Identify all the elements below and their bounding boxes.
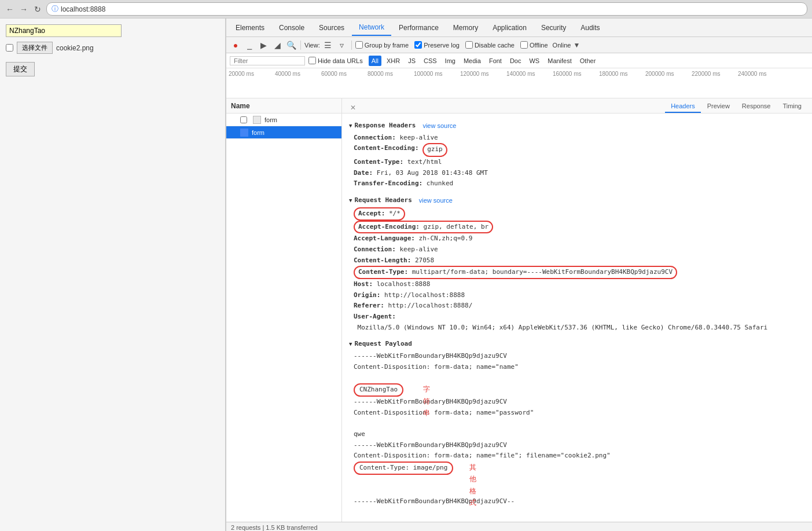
name-item-icon-2	[240, 129, 248, 137]
filter-button[interactable]: ◢	[271, 39, 283, 51]
filter-xhr-btn[interactable]: XHR	[384, 56, 403, 66]
header-key-ct: Content-Type:	[358, 268, 408, 276]
clear-button[interactable]: ⎯	[244, 39, 255, 51]
filter-input[interactable]	[230, 56, 305, 65]
header-origin: Origin: http://localhost:8888	[349, 290, 805, 301]
header-user-agent: User-Agent: Mozilla/5.0 (Windows NT 10.0…	[349, 312, 805, 333]
response-view-source[interactable]: view source	[422, 120, 456, 131]
header-key-te: Transfer-Encoding:	[354, 178, 422, 189]
timeline-label-3: 60000 ms	[321, 71, 368, 77]
tab-network[interactable]: Network	[352, 20, 391, 36]
headers-content: ▼ Response Headers view source Connectio…	[342, 113, 812, 510]
tab-elements[interactable]: Elements	[229, 20, 271, 35]
tab-audits[interactable]: Audits	[574, 20, 607, 35]
header-key-date: Date:	[354, 168, 373, 179]
devtools-panel: Elements Console Sources Network Perform…	[226, 19, 812, 531]
filter-manifest-btn[interactable]: Manifest	[545, 56, 575, 66]
view-list-btn[interactable]: ☰	[322, 39, 334, 51]
camera-button[interactable]: ▶	[258, 39, 269, 51]
offline-text: Offline	[530, 42, 548, 49]
submit-button[interactable]: 提交	[6, 62, 35, 76]
timeline-label-6: 120000 ms	[460, 71, 506, 77]
header-connection-req: Connection: keep-alive	[349, 244, 805, 255]
header-content-type-req: Content-Type: multipart/form-data; bound…	[349, 266, 805, 279]
timeline: 20000 ms 40000 ms 60000 ms 80000 ms 1000…	[226, 68, 812, 98]
filter-doc-btn[interactable]: Doc	[507, 56, 524, 66]
browser-chrome: ← → ↻ ⓘ localhost:8888	[0, 0, 812, 19]
name-item-form-1[interactable]: form	[226, 113, 341, 126]
response-headers-label: Response Headers	[354, 120, 416, 131]
choose-file-button[interactable]: 选择文件	[17, 42, 53, 54]
header-key-cl: Content-Length:	[354, 255, 411, 266]
filter-type-buttons: All XHR JS CSS Img Media Font Doc WS Man…	[369, 56, 599, 66]
username-input[interactable]	[6, 24, 122, 37]
header-val-origin: http://localhost:8888	[380, 290, 465, 301]
file-name-label: cookie2.png	[56, 44, 94, 52]
annotation-qita: 其他格式	[469, 462, 476, 509]
timeline-label-12: 240000 ms	[738, 71, 784, 77]
main-layout: 选择文件 cookie2.png 提交 Elements Console Sou…	[0, 19, 812, 531]
browser-toolbar: ← → ↻ ⓘ localhost:8888	[0, 0, 812, 18]
filter-media-btn[interactable]: Media	[461, 56, 484, 66]
detail-tab-headers[interactable]: Headers	[665, 100, 701, 113]
name-item-form-2[interactable]: form	[226, 126, 341, 139]
tab-application[interactable]: Application	[486, 20, 534, 35]
detail-tab-response[interactable]: Response	[736, 100, 777, 113]
preserve-log-text: Preserve log	[424, 42, 460, 49]
tab-console[interactable]: Console	[272, 20, 311, 35]
detail-tab-preview[interactable]: Preview	[701, 100, 736, 113]
filter-css-btn[interactable]: CSS	[421, 56, 440, 66]
timeline-label-8: 160000 ms	[553, 71, 599, 77]
content-area: Name form form ✕ Headers Preview	[226, 98, 812, 522]
payload-line-7: Content-Disposition: form-data; name="fi…	[354, 451, 805, 462]
group-by-frame-checkbox[interactable]	[355, 41, 363, 49]
header-val-referer: http://localhost:8888/	[384, 301, 472, 312]
filter-all-btn[interactable]: All	[369, 56, 381, 66]
online-text: Online	[553, 42, 571, 49]
detail-tab-timing[interactable]: Timing	[777, 100, 807, 113]
offline-checkbox[interactable]	[520, 41, 528, 49]
timeline-label-11: 220000 ms	[692, 71, 738, 77]
timeline-label-2: 40000 ms	[275, 71, 321, 77]
filter-ws-btn[interactable]: WS	[526, 56, 542, 66]
timeline-label-5: 100000 ms	[414, 71, 460, 77]
search-button[interactable]: 🔍	[285, 39, 297, 51]
record-button[interactable]: ●	[230, 39, 241, 51]
tab-performance[interactable]: Performance	[392, 20, 446, 35]
group-by-frame-text: Group by frame	[365, 42, 409, 49]
throttle-dropdown-icon[interactable]: ▼	[573, 41, 580, 49]
filter-other-btn[interactable]: Other	[577, 56, 599, 66]
filter-js-btn[interactable]: JS	[405, 56, 418, 66]
payload-label: Request Payload	[354, 339, 411, 350]
payload-line-8: ------WebKitFormBoundaryBH4KBQp9djazu9CV…	[354, 496, 805, 507]
header-key-accept: Accept:	[358, 210, 385, 217]
file-checkbox[interactable]	[6, 44, 13, 52]
reload-button[interactable]: ↻	[32, 4, 43, 14]
disable-cache-checkbox[interactable]	[465, 41, 473, 49]
name-list: Name form form	[226, 98, 342, 522]
filter-font-btn[interactable]: Font	[486, 56, 505, 66]
tab-sources[interactable]: Sources	[312, 20, 351, 35]
forward-button[interactable]: →	[19, 4, 29, 14]
payload-line-5: qwe	[354, 429, 805, 440]
preserve-log-checkbox[interactable]	[414, 41, 422, 49]
tab-memory[interactable]: Memory	[446, 20, 485, 35]
view-waterfall-btn[interactable]: ▿	[336, 39, 348, 51]
header-transfer-encoding: Transfer-Encoding: chunked	[349, 178, 805, 189]
left-panel: 选择文件 cookie2.png 提交	[0, 19, 226, 531]
tab-security[interactable]: Security	[534, 20, 573, 35]
name-item-checkbox-1[interactable]	[240, 116, 247, 123]
timeline-label-1: 20000 ms	[229, 71, 275, 77]
payload-triangle: ▼	[349, 340, 352, 349]
network-toolbar: ● ⎯ ▶ ◢ 🔍 View: ☰ ▿ Group by frame Prese…	[226, 37, 812, 53]
timeline-labels: 20000 ms 40000 ms 60000 ms 80000 ms 1000…	[226, 71, 784, 77]
timeline-label-9: 180000 ms	[599, 71, 645, 77]
payload-line-blank-4	[354, 485, 805, 496]
submit-area: 提交	[6, 57, 219, 76]
hide-data-urls-checkbox[interactable]	[308, 57, 316, 64]
filter-img-btn[interactable]: Img	[442, 56, 458, 66]
back-button[interactable]: ←	[5, 4, 15, 14]
detail-close-button[interactable]: ✕	[347, 102, 359, 113]
request-view-source[interactable]: view source	[419, 195, 453, 206]
hide-data-urls-text: Hide data URLs	[318, 57, 363, 64]
